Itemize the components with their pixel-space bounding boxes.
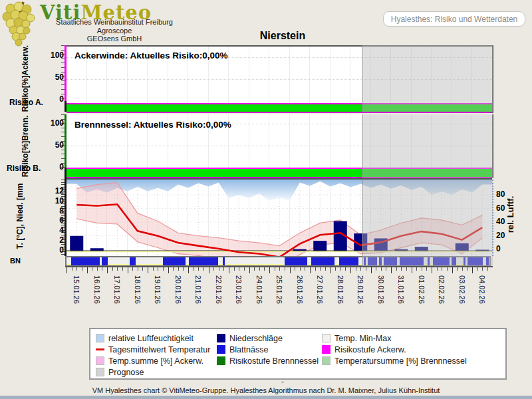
legend-label: Prognose xyxy=(108,368,144,377)
footer-dash: - xyxy=(259,377,306,386)
date-label: 02.02.26 xyxy=(438,275,446,304)
tick-label: 10 xyxy=(44,196,64,205)
logo-subtitle-1: Staatliches Weinbauinstitut Freiburg xyxy=(35,18,194,26)
tick-label: 80 xyxy=(496,190,515,199)
date-label: 29.01.26 xyxy=(356,275,364,304)
legend-swatch-square-icon xyxy=(217,356,225,365)
date-label: 31.01.26 xyxy=(397,275,405,304)
leaf-wetness-segment xyxy=(339,257,359,265)
legend-label: relative Luftfeuchtigkeit xyxy=(108,334,194,343)
date-label: 24.01.26 xyxy=(255,275,263,304)
tick-label: 0 xyxy=(44,94,64,104)
window-bottom-bar xyxy=(0,396,532,399)
leaf-wetness-segment xyxy=(486,257,489,265)
date-label: 17.01.26 xyxy=(113,275,121,304)
date-label: 03.02.26 xyxy=(458,275,466,304)
risk-band-brennnessel xyxy=(66,168,492,178)
date-label: 01.02.26 xyxy=(418,275,426,304)
weather-chart-canvas xyxy=(66,180,492,256)
date-label: 15.01.26 xyxy=(72,275,80,304)
app-window: VitiMeteo Staatliches Weinbauinstitut Fr… xyxy=(0,0,532,399)
footer-credit: VM Hyalesthes chart © VitiMeteo-Gruppe. … xyxy=(0,386,532,394)
legend-item: relative Luftfeuchtigkeit xyxy=(96,332,210,344)
hyalesthes-tab-button[interactable]: Hyalesthes: Risiko und Wetterdaten xyxy=(383,11,525,27)
legend-label: Blattnässe xyxy=(229,345,268,354)
legend-label: Temp. Min-Max xyxy=(334,334,391,343)
legend-item: Tagesmittelwert Temperatur xyxy=(96,344,210,355)
tick-label: 50 xyxy=(44,140,64,150)
tick-label: 0 xyxy=(44,162,64,172)
legend-swatch-square-icon xyxy=(322,334,331,342)
axis-brennnessel-base xyxy=(65,168,66,178)
logo-subtitle-2: Agroscope xyxy=(35,27,194,35)
chart-weather-plot xyxy=(66,178,492,257)
tick-label: 100 xyxy=(44,51,64,60)
gridline xyxy=(66,146,492,146)
leaf-wetness-segment xyxy=(130,257,135,265)
legend-item: Risikostufe Ackerw. xyxy=(322,344,467,355)
tick-label: 100 xyxy=(44,118,64,128)
tick-label: 4 xyxy=(44,225,64,235)
gridline xyxy=(66,79,492,80)
chart-ackerwinde-title: Ackerwinde: Aktuelles Risiko:0,00% xyxy=(74,51,228,61)
legend-item: Blattnässe xyxy=(217,344,319,355)
date-label: 21.01.26 xyxy=(194,275,202,304)
legend-swatch-square-icon xyxy=(217,345,225,354)
x-axis-major-ticks xyxy=(66,267,493,273)
date-label: 19.01.26 xyxy=(154,275,162,304)
risk-band-ackerwinde xyxy=(66,103,492,113)
date-label: 23.01.26 xyxy=(235,275,243,304)
date-label: 26.01.26 xyxy=(296,275,304,304)
legend-item: Temperatursumme [%] Brennnessel xyxy=(322,355,467,366)
logo-subtitle-3: GEOsens GmbH xyxy=(35,35,194,43)
chart-brennnessel-title: Brennnessel: Aktuelles Risiko:0,00% xyxy=(74,120,231,130)
leaf-wetness-segment xyxy=(163,257,186,265)
axis-weather xyxy=(65,178,66,256)
legend-label: Risikostufe Ackerw. xyxy=(334,345,406,354)
axis-humidity xyxy=(492,180,493,256)
chart-legend: relative LuftfeuchtigkeitTagesmittelwert… xyxy=(89,328,507,380)
tick-label: 8 xyxy=(44,206,64,215)
leaf-wetness-segment xyxy=(384,257,397,265)
tick-label: 50 xyxy=(44,72,64,82)
chart-ackerwinde-corner-label: Risiko A. xyxy=(9,98,43,107)
date-label: 16.01.26 xyxy=(93,275,101,304)
legend-swatch-square-icon xyxy=(96,356,104,365)
date-label: 20.01.26 xyxy=(174,275,182,304)
legend-label: Risikostufe Brennnessel xyxy=(229,356,319,366)
leaf-wetness-segment xyxy=(433,257,450,265)
tick-label: 20 xyxy=(496,231,515,240)
tick-label: 0 xyxy=(496,244,515,253)
legend-swatch-square-icon xyxy=(96,334,104,342)
date-label: 04.02.26 xyxy=(478,275,486,304)
legend-label: Niederschläge xyxy=(229,334,283,343)
leaf-wetness-segment xyxy=(71,257,100,265)
leaf-wetness-segment xyxy=(285,257,307,265)
legend-swatch-square-icon xyxy=(96,368,104,376)
legend-swatch-square-icon xyxy=(322,345,331,354)
date-label: 27.01.26 xyxy=(316,275,324,304)
leaf-wetness-corner-label: BN xyxy=(10,257,21,265)
legend-item: Niederschläge xyxy=(217,332,319,344)
date-label: 28.01.26 xyxy=(336,275,344,304)
leaf-wetness-segment xyxy=(368,257,377,265)
leaf-wetness-strip xyxy=(65,256,491,267)
date-label: 22.01.26 xyxy=(215,275,223,304)
date-label: 18.01.26 xyxy=(134,275,142,304)
leaf-wetness-segment xyxy=(311,257,334,265)
legend-column: Temp. Min-MaxRisikostufe Ackerw.Temperat… xyxy=(322,332,467,366)
leaf-wetness-segment xyxy=(467,257,483,265)
leaf-wetness-segment xyxy=(400,257,424,265)
tick-label: 60 xyxy=(496,203,515,213)
legend-label: Temp.summe [%] Ackerw. xyxy=(108,356,203,366)
legend-label: Tagesmittelwert Temperatur xyxy=(108,345,210,354)
leaf-wetness-segment xyxy=(223,257,225,265)
axis-ackerwinde-base xyxy=(65,101,66,112)
legend-column: NiederschlägeBlattnässeRisikostufe Brenn… xyxy=(217,332,319,366)
legend-swatch-line-icon xyxy=(96,348,104,350)
legend-swatch-square-icon xyxy=(217,334,225,342)
leaf-wetness-segment xyxy=(189,257,219,265)
tick-label: 0 xyxy=(44,245,64,255)
leaf-wetness-segment xyxy=(102,257,108,265)
tick-label: 12 xyxy=(44,186,64,196)
